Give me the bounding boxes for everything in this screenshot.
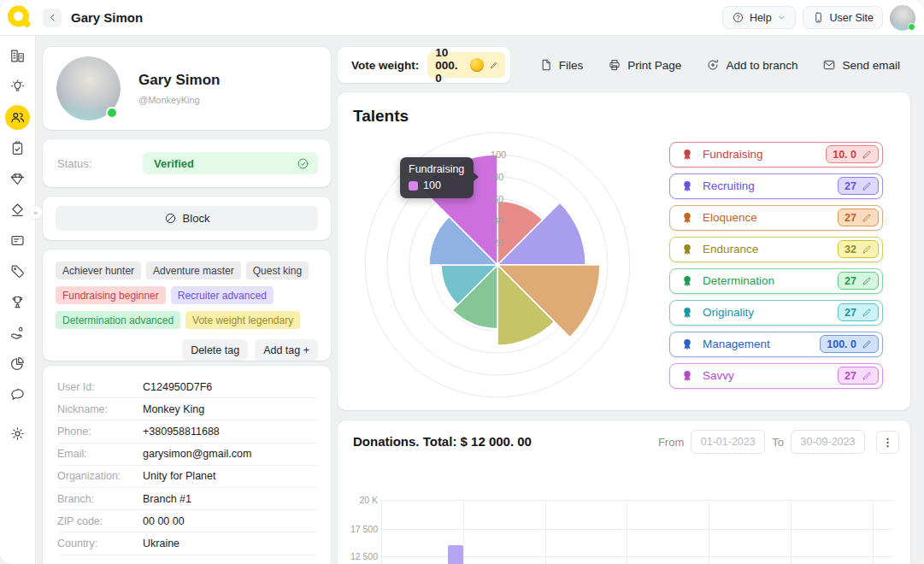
block-label: Block	[183, 212, 210, 225]
talent-row-originality[interactable]: Originality27	[669, 300, 883, 326]
pencil-icon[interactable]	[862, 181, 872, 191]
vote-weight-label: Vote weight:	[351, 59, 419, 72]
trophy-icon	[9, 294, 26, 310]
add-to-branch-button[interactable]: Add to branch	[706, 58, 797, 72]
add-tag-button[interactable]: Add tag +	[255, 339, 318, 361]
help-icon	[732, 11, 744, 24]
medal-icon	[680, 274, 694, 288]
medal-icon	[680, 211, 694, 225]
talent-row-determination[interactable]: Determination27	[669, 268, 883, 294]
vote-weight-badge[interactable]: 10 000. 0	[427, 52, 505, 78]
print-page-button[interactable]: Print Page	[608, 58, 681, 72]
talent-value-badge[interactable]: 27	[838, 367, 879, 385]
pencil-icon[interactable]	[862, 339, 872, 350]
detail-label: Country:	[57, 538, 143, 549]
talent-row-savvy[interactable]: Savvy27	[669, 363, 883, 389]
action-label: Print Page	[627, 59, 681, 72]
h-gridline	[381, 529, 893, 530]
talent-row-recruiting[interactable]: Recruiting27	[669, 173, 883, 199]
sidebar-item-settings[interactable]	[5, 421, 30, 446]
delete-tag-button[interactable]: Delete tag	[182, 339, 248, 361]
help-label: Help	[750, 12, 772, 24]
file-icon	[539, 58, 553, 72]
block-button[interactable]: Block	[56, 206, 318, 231]
talent-value-badge[interactable]: 27	[838, 209, 879, 226]
profile-card: Gary Simon @MonkeyKing	[43, 47, 331, 130]
talent-row-endurance[interactable]: Endurance32	[669, 237, 883, 262]
sidebar-item-gems[interactable]	[5, 167, 30, 191]
chevron-left-icon	[46, 11, 59, 24]
v-gridline	[463, 500, 464, 564]
talent-value-badge[interactable]: 32	[838, 240, 879, 258]
sidebar-item-rewards[interactable]	[5, 197, 30, 222]
v-gridline	[873, 500, 874, 564]
tag-chip[interactable]: Fundraising beginner	[56, 286, 166, 304]
talent-value-badge[interactable]: 27	[838, 303, 879, 321]
sidebar-item-achievements[interactable]	[5, 290, 30, 314]
sidebar-item-organizations[interactable]	[5, 44, 30, 68]
tags-card: Achiever hunterAdventure masterQuest kin…	[43, 250, 331, 361]
sidebar-item-tasks[interactable]	[5, 136, 30, 161]
radial-tick-label: 60	[493, 194, 503, 204]
sidebar-item-ideas[interactable]	[5, 74, 30, 99]
pencil-icon[interactable]	[862, 150, 872, 160]
pencil-icon[interactable]	[862, 308, 872, 318]
talent-value-badge[interactable]: 27	[838, 177, 879, 195]
talent-row-management[interactable]: Management100. 0	[669, 332, 883, 357]
tag-chip[interactable]: Vote weight legendary	[185, 311, 300, 329]
action-label: Send email	[842, 59, 900, 72]
sidebar-expand-button[interactable]: »	[28, 205, 43, 220]
detail-label: Email:	[57, 448, 143, 460]
pencil-icon[interactable]	[862, 371, 872, 381]
sidebar-item-volunteers[interactable]	[5, 320, 30, 345]
v-gridline	[545, 500, 546, 564]
diamond-icon	[9, 202, 26, 218]
header-avatar[interactable]	[890, 5, 915, 31]
talent-value: 27	[845, 180, 856, 192]
back-button[interactable]	[43, 9, 62, 27]
talents-legend: Fundraising10. 0Recruiting27Eloquence27E…	[669, 142, 883, 389]
status-badge[interactable]: Verified	[143, 152, 318, 174]
talent-value-badge[interactable]: 10. 0	[826, 145, 879, 163]
tag-chip[interactable]: Recruiter advanced	[171, 286, 274, 304]
tag-chip[interactable]: Achiever hunter	[56, 261, 141, 279]
talent-label: Savvy	[703, 369, 734, 382]
detail-label: Phone:	[57, 426, 143, 438]
profile-name: Gary Simon	[138, 72, 220, 89]
tags-list: Achiever hunterAdventure masterQuest kin…	[56, 261, 318, 329]
pencil-icon[interactable]	[490, 59, 497, 72]
talent-value-badge[interactable]: 27	[838, 272, 879, 290]
radial-tick-label: 20	[493, 238, 503, 248]
sidebar-item-users[interactable]	[5, 105, 30, 130]
pencil-icon[interactable]	[862, 276, 872, 286]
files-button[interactable]: Files	[539, 58, 584, 72]
volunteer-icon	[9, 325, 26, 341]
gem-icon	[9, 171, 26, 187]
sidebar-item-messages[interactable]	[5, 382, 30, 407]
sidebar-item-analytics[interactable]	[5, 351, 30, 376]
tag-chip[interactable]: Determination advanced	[56, 311, 180, 329]
status-value: Verified	[154, 157, 194, 170]
send-email-button[interactable]: Send email	[822, 58, 900, 72]
block-icon	[164, 212, 177, 225]
branch-refresh-icon	[706, 58, 720, 72]
detail-value: Ukraine	[143, 538, 180, 549]
help-button[interactable]: Help	[722, 6, 796, 29]
tag-chip[interactable]: Adventure master	[146, 261, 241, 279]
talent-row-fundraising[interactable]: Fundraising10. 0	[669, 142, 883, 167]
pencil-icon[interactable]	[862, 213, 872, 223]
sidebar-item-news[interactable]	[5, 228, 30, 253]
pencil-icon[interactable]	[862, 244, 872, 255]
sidebar-item-tags[interactable]	[5, 259, 30, 284]
talent-value-badge[interactable]: 100. 0	[820, 335, 879, 353]
user-site-button[interactable]: User Site	[803, 6, 883, 29]
tag-chip[interactable]: Quest king	[246, 261, 309, 279]
v-gridline	[381, 500, 382, 564]
chevron-down-icon	[777, 13, 786, 22]
medal-icon	[680, 243, 694, 256]
page-actions: FilesPrint PageAdd to branchSend email	[530, 47, 910, 83]
talents-rose-chart: 20406080100	[352, 128, 643, 402]
detail-value: Monkey King	[143, 403, 204, 415]
talent-label: Originality	[703, 306, 754, 319]
talent-row-eloquence[interactable]: Eloquence27	[669, 205, 883, 231]
